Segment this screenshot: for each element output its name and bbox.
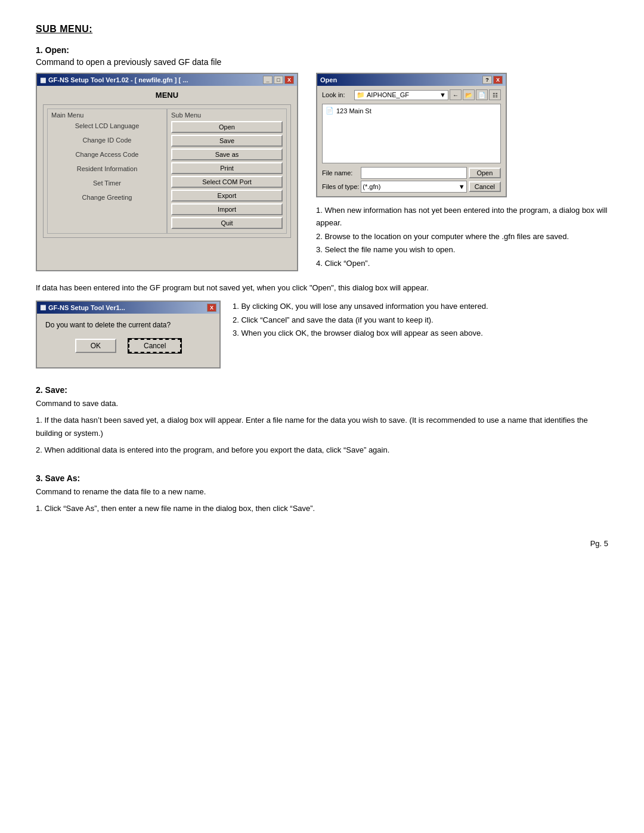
look-in-box: 📁 AIPHONE_GF ▼ ← 📂 📄 ☷ [354,89,501,100]
open-section-row: ▦ GF-NS Setup Tool Ver1.02 - [ newfile.g… [36,73,608,271]
look-in-label: Look in: [322,91,352,98]
small-dialog-buttons: OK Cancel [45,339,211,353]
open-dialog-fields: File name: Open Files of type: (*.gfn) ▼… [322,167,501,193]
open-instruction-4: 4. Click “Open”. [316,258,608,270]
open-dialog-titlebar: Open ? X [317,74,506,86]
cancel-button[interactable]: Cancel [128,339,181,353]
open-right-col: Open ? X Look in: 📁 AIPHONE_GF [316,73,608,271]
close-button[interactable]: X [284,76,294,84]
look-in-dropdown-arrow: ▼ [439,91,446,98]
cancel-action-btn[interactable]: Cancel [469,181,501,192]
sub-menu-save-btn[interactable]: Save [171,135,283,147]
section-save: 2. Save: Command to save data. 1. If the… [36,385,608,457]
section-save-body1: 1. If the data hasn’t been saved yet, a … [36,414,608,440]
main-dialog-content: MENU Main Menu Select LCD Language Chang… [37,86,297,243]
main-dialog-titlebar: ▦ GF-NS Setup Tool Ver1.02 - [ newfile.g… [37,74,297,86]
open-context-text: If data has been entered into the GF pro… [36,282,608,295]
small-instr-1: 1. By clicking OK, you will lose any uns… [233,301,488,313]
title-left: ▦ GF-NS Setup Tool Ver1.02 - [ newfile.g… [40,76,188,84]
file-item-icon: 📄 [326,107,334,114]
section-save-title: 2. Save: [36,385,608,395]
open-dialog-help-btn[interactable]: ? [482,76,492,84]
section-save-as-desc: Command to rename the data file to a new… [36,485,608,498]
menu-item-select-lcd: Select LCD Language [51,121,163,131]
restore-button[interactable]: □ [274,76,283,84]
small-dialog-controls[interactable]: X [207,304,216,312]
menu-columns: Main Menu Select LCD Language Change ID … [43,104,291,238]
look-in-select[interactable]: 📁 AIPHONE_GF ▼ [354,90,448,100]
main-menu-col: Main Menu Select LCD Language Change ID … [47,109,167,234]
open-dialog-content: Look in: 📁 AIPHONE_GF ▼ ← 📂 📄 ☷ [317,86,506,196]
small-instr-2: 2. Click “Cancel” and save the data (if … [233,314,488,327]
sub-menu-comport-btn[interactable]: Select COM Port [171,176,283,188]
nav-new-btn[interactable]: 📄 [476,89,488,100]
open-instruction-2: 2. Browse to the location on your comput… [316,231,608,243]
section-open-title: 1. Open: [36,45,608,55]
small-dialog-close-btn[interactable]: X [207,304,216,312]
sub-menu-open-btn[interactable]: Open [171,121,283,133]
small-dialog-content: Do you want to delete the current data? … [37,314,219,367]
section-save-body2: 2. When additional data is entered into … [36,444,608,457]
small-dialog-titlebar: ▦ GF-NS Setup Tool Ver1... X [37,302,219,314]
files-of-type-value: (*.gfn) [363,183,380,190]
sub-menu-export-btn[interactable]: Export [171,190,283,202]
nav-views-btn[interactable]: ☷ [489,89,501,100]
win-controls[interactable]: _ □ X [263,76,294,84]
open-file-dialog: Open ? X Look in: 📁 AIPHONE_GF [316,73,507,197]
open-instruction-1: 1. When new information has not yet been… [316,205,608,230]
file-name-label: File name: [322,169,359,176]
menu-item-resident-info: Resident Information [51,164,163,174]
section-open: 1. Open: Command to open a previously sa… [36,45,608,368]
menu-item-change-access: Change Access Code [51,150,163,159]
section-open-desc: Command to open a previously saved GF da… [36,57,608,67]
open-dialog-title: Open [320,76,337,83]
small-instr-3: 3. When you click OK, the browser dialog… [233,327,488,340]
main-setup-dialog: ▦ GF-NS Setup Tool Ver1.02 - [ newfile.g… [36,73,298,271]
section-save-as-title: 3. Save As: [36,473,608,483]
open-instruction-3: 3. Select the file name you wish to open… [316,244,608,256]
section-save-as-body: 1. Click “Save As”, then enter a new fil… [36,502,608,515]
sub-menu-col-title: Sub Menu [171,112,283,119]
nav-back-btn[interactable]: ← [450,89,462,100]
open-dialog-controls[interactable]: ? X [482,76,503,84]
title-app-icon: ▦ [40,76,46,84]
sub-menu-import-btn[interactable]: Import [171,203,283,215]
folder-icon: 📁 [357,91,365,99]
files-of-type-label: Files of type: [322,183,359,190]
open-file-list: 📄 123 Main St [322,104,501,163]
file-item-123-main[interactable]: 📄 123 Main St [324,106,499,115]
open-title-left: Open [320,76,337,83]
page-number: Pg. 5 [36,539,608,548]
small-dialog-instructions: 1. By clicking OK, you will lose any uns… [233,301,488,341]
small-dialog-icon: ▦ [40,304,46,311]
menu-item-set-timer: Set Timer [51,178,163,188]
small-dialog-message: Do you want to delete the current data? [45,321,211,329]
small-dialog-title: GF-NS Setup Tool Ver1... [48,304,125,311]
menu-label: MENU [43,91,291,100]
main-dialog-title: GF-NS Setup Tool Ver1.02 - [ newfile.gfn… [48,76,188,83]
minimize-button[interactable]: _ [263,76,273,84]
file-name-input[interactable] [361,167,466,179]
small-confirm-dialog: ▦ GF-NS Setup Tool Ver1... X Do you want… [36,301,221,368]
sub-menu-print-btn[interactable]: Print [171,162,283,174]
small-title-left: ▦ GF-NS Setup Tool Ver1... [40,304,125,311]
ok-button[interactable]: OK [75,339,116,353]
look-in-row: Look in: 📁 AIPHONE_GF ▼ ← 📂 📄 ☷ [322,89,501,100]
look-in-value: AIPHONE_GF [367,91,439,98]
files-of-type-select[interactable]: (*.gfn) ▼ [361,181,466,193]
section-save-desc: Command to save data. [36,397,608,410]
open-dialog-close-btn[interactable]: X [493,76,503,84]
sub-menu-saveas-btn[interactable]: Save as [171,148,283,160]
section-save-as: 3. Save As: Command to rename the data f… [36,473,608,515]
menu-item-change-greeting: Change Greeting [51,193,163,202]
file-item-name: 123 Main St [336,107,371,114]
main-menu-col-title: Main Menu [51,112,163,119]
nav-up-btn[interactable]: 📂 [463,89,475,100]
sub-menu-col: Sub Menu Open Save Save as Print Select … [167,109,287,234]
files-of-type-arrow: ▼ [459,183,465,190]
page-title: SUB MENU: [36,24,608,35]
open-action-btn[interactable]: Open [469,168,501,178]
menu-item-change-id: Change ID Code [51,135,163,145]
open-instructions: 1. When new information has not yet been… [316,205,608,271]
sub-menu-quit-btn[interactable]: Quit [171,217,283,229]
